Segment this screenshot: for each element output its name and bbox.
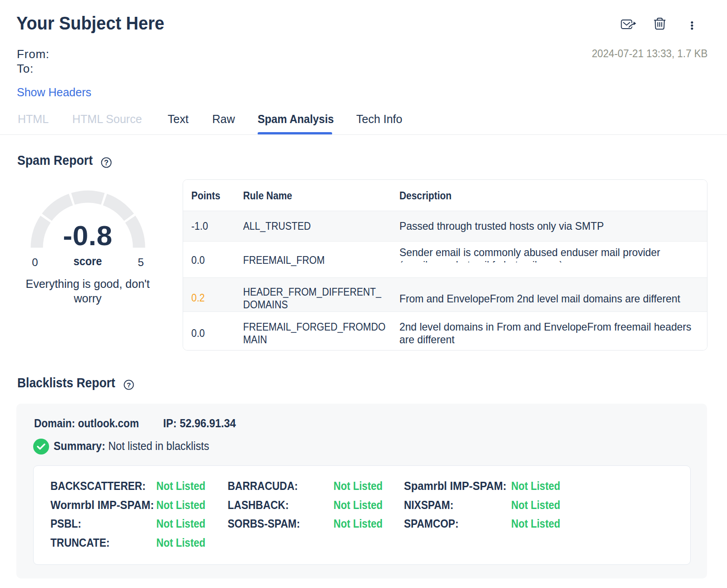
svg-text:?: ? [127,381,131,389]
svg-text:?: ? [104,159,109,167]
